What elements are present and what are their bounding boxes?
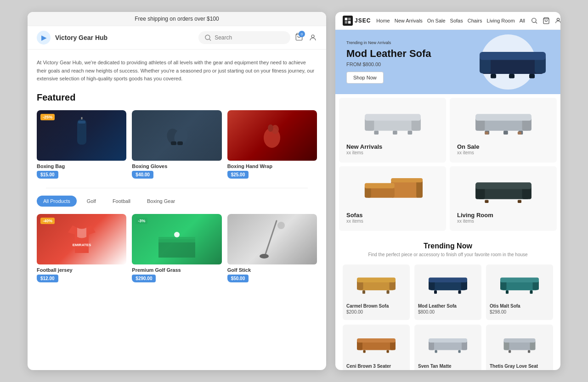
svg-rect-24 [348,21,351,24]
trending-badge: Trending in New Arrivals [346,40,431,45]
svg-rect-99 [528,350,530,353]
product-card-football-jersey[interactable]: -40% EMIRATES Football jersey $12.00 [37,214,126,282]
about-text: At Victory Gear Hub, we're dedicated to … [37,59,317,83]
right-cart-icon[interactable] [543,17,550,24]
right-content: Trending in New Arrivals Mod Leather Sof… [335,30,560,370]
svg-rect-16 [158,237,195,242]
right-search-icon[interactable] [531,17,538,24]
right-profile-icon[interactable] [554,17,560,24]
trending-product-name: Sven Tan Matte [418,364,478,369]
svg-rect-76 [502,281,537,290]
product-card-golf-stick[interactable]: Golf Stick $50.00 [227,214,317,282]
nav-living-room[interactable]: Living Room [487,18,515,23]
svg-rect-58 [477,188,530,199]
product-name: Boxing Gloves [132,163,221,169]
profile-icon[interactable] [309,34,317,42]
svg-rect-32 [480,52,546,60]
trending-product-name: Mod Leather Sofa [418,303,478,309]
svg-rect-42 [407,131,412,135]
category-image-on-sale [457,105,549,140]
svg-rect-33 [491,74,496,79]
trending-product-image-4 [418,330,478,360]
header-icons: 0 [295,33,317,43]
left-header: ▶ Victory Gear Hub 0 [28,26,326,50]
right-header: JSEC Home New Arrivals On Sale Sofas Cha… [335,12,560,30]
product-name: Football jersey [37,267,126,273]
filter-tab-football[interactable]: Football [106,196,137,207]
svg-line-1 [209,39,211,40]
svg-rect-50 [485,131,488,135]
right-logo-icon [343,16,353,26]
trending-card-otis-malt[interactable]: Otis Malt Sofa $298.00 [486,264,553,320]
filter-tab-all-products[interactable]: All Products [37,196,77,207]
svg-rect-29 [481,59,544,74]
trending-product-image-2 [490,270,549,300]
search-input[interactable] [215,34,285,41]
svg-rect-39 [365,114,421,121]
svg-rect-21 [345,18,348,21]
featured-title: Featured [37,92,317,103]
category-card-on-sale[interactable]: On Sale xx items [450,98,557,163]
category-count: xx items [457,219,549,224]
svg-rect-93 [458,350,461,353]
category-label: Living Room [457,212,549,219]
svg-rect-63 [517,200,521,203]
trending-card-sven-tan[interactable]: Sven Tan Matte $205.00 [414,325,481,370]
category-card-sofas[interactable]: Sofas xx items [339,166,446,231]
product-image-golf-stick [227,214,317,264]
trending-product-name: Otis Malt Sofa [490,303,549,309]
svg-rect-40 [374,131,379,135]
trending-product-image-3 [346,330,406,360]
svg-rect-92 [435,350,437,353]
nav-new-arrivals[interactable]: New Arrivals [395,18,423,23]
trending-card-thetis-gray[interactable]: Thetis Gray Love Seat $100.00 [486,325,553,370]
nav-chairs[interactable]: Chairs [468,18,482,23]
svg-rect-52 [391,180,419,198]
svg-rect-98 [509,350,511,353]
svg-rect-48 [503,131,508,135]
svg-rect-43 [477,119,530,130]
svg-rect-97 [504,338,536,343]
category-card-new-arrivals[interactable]: New Arrivals xx items [339,98,446,163]
svg-rect-61 [475,182,531,189]
svg-point-19 [260,254,269,258]
filtered-products-grid: -40% EMIRATES Football jersey $12.00 -3% [37,214,317,282]
filter-tab-golf[interactable]: Golf [80,196,102,207]
svg-rect-67 [357,277,396,282]
svg-rect-51 [517,131,521,135]
svg-rect-62 [485,200,488,203]
trending-product-price: $205.00 [418,370,478,370]
category-label: Sofas [346,212,439,219]
shop-now-button[interactable]: Shop Now [346,72,384,84]
svg-rect-41 [393,131,397,135]
search-bar[interactable] [198,31,290,44]
product-card-golf-grass[interactable]: -3% Premium Golf Grass $290.00 [132,214,221,282]
svg-line-18 [265,221,277,255]
filter-tab-boxing-gear[interactable]: Boxing Gear [141,196,181,207]
svg-rect-87 [387,350,389,353]
trending-card-carmel-brown[interactable]: Carmel Brown Sofa $200.00 [343,264,410,320]
product-card-hand-wrap[interactable]: Boxing Hand Wrap $25.00 [227,110,317,179]
nav-all[interactable]: All [520,18,525,23]
product-image-hand-wrap [227,110,317,161]
svg-rect-68 [362,290,365,294]
product-card-boxing-gloves[interactable]: Boxing Gloves $40.00 [132,110,221,179]
nav-home[interactable]: Home [376,18,390,23]
product-image-boxing-bag: -25% [37,110,126,161]
boxing-bag-illustration [68,117,96,154]
nav-sofas[interactable]: Sofas [450,18,463,23]
trending-card-ceni-brown[interactable]: Ceni Brown 3 Seater $651.00 [343,325,410,370]
svg-rect-64 [358,281,394,290]
hero-sofa-svg [476,40,549,82]
product-price: $40.00 [132,171,153,179]
trending-card-mod-leather[interactable]: Mod Leather Sofa $800.00 [414,264,481,320]
nav-on-sale[interactable]: On Sale [427,18,446,23]
left-content: At Victory Gear Hub, we're dedicated to … [28,50,326,370]
svg-point-28 [557,18,559,21]
category-card-living-room[interactable]: Living Room xx items [450,166,557,231]
top-banner: Free shipping on orders over $100 [28,12,326,26]
jersey-illustration: EMIRATES [66,221,98,258]
cart-button[interactable]: 0 [295,33,303,43]
svg-rect-34 [509,74,514,79]
product-card-boxing-bag[interactable]: -25% Boxing Bag $15.00 [37,110,126,179]
